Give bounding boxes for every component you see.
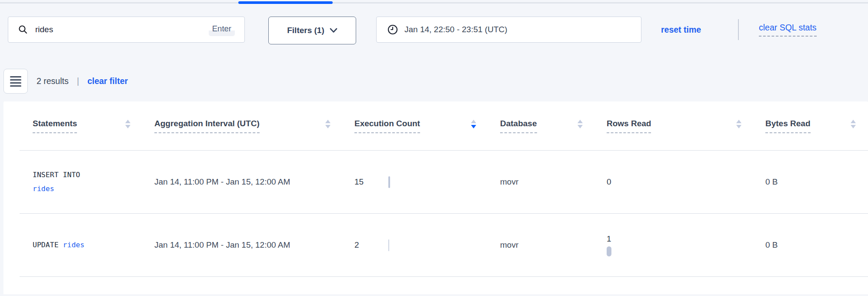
database-cell: movr [500, 177, 607, 187]
active-tab-indicator [238, 1, 333, 4]
statements-table-panel: StatementsAggregation Interval (UTC)Exec… [3, 101, 868, 294]
results-divider: | [77, 76, 79, 86]
aggregation-interval-cell: Jan 14, 11:00 PM - Jan 15, 12:00 AM [154, 239, 291, 252]
column-header-label: Statements [33, 119, 77, 133]
clear-sql-stats-label: clear SQL stats [759, 23, 817, 37]
filters-button-label: Filters (1) [287, 26, 324, 35]
column-header-bytes-read[interactable]: Bytes Read [765, 119, 868, 133]
time-range-picker[interactable]: Jan 14, 22:50 - 23:51 (UTC) [376, 17, 641, 43]
execution-count-bar [388, 239, 389, 251]
table-row: UPDATE ridesJan 14, 11:00 PM - Jan 15, 1… [3, 214, 868, 276]
time-range-label: Jan 14, 22:50 - 23:51 (UTC) [404, 25, 507, 34]
column-header-statements[interactable]: Statements [33, 119, 154, 133]
statement-cell: INSERT INTOrides [33, 168, 154, 196]
sort-arrows-icon[interactable] [851, 120, 856, 128]
rows-read-value: 0 [607, 177, 611, 187]
execution-count-bar [388, 176, 390, 188]
sort-arrows-icon[interactable] [578, 120, 583, 128]
statement-object-link[interactable]: rides [33, 185, 54, 193]
rows-read-bar [607, 246, 611, 256]
clear-filter-link[interactable]: clear filter [87, 76, 128, 86]
sort-arrows-icon[interactable] [125, 120, 130, 128]
sort-arrows-icon[interactable] [736, 120, 741, 128]
rows-read-value: 1 [607, 234, 611, 244]
search-input[interactable] [34, 24, 209, 35]
search-enter-hint: Enter [209, 23, 235, 36]
statement-keyword: INSERT INTO [33, 171, 80, 179]
column-header-database[interactable]: Database [500, 119, 607, 133]
execution-count-value: 2 [354, 240, 380, 250]
sort-arrows-icon[interactable] [325, 120, 331, 128]
row-divider [20, 276, 868, 277]
bytes-read-cell: 0 B [765, 177, 868, 187]
column-header-label: Execution Count [354, 119, 420, 133]
column-selector-button[interactable] [3, 69, 28, 94]
column-header-aggregation-interval-utc[interactable]: Aggregation Interval (UTC) [154, 119, 354, 133]
statement-object-link[interactable]: rides [63, 241, 85, 249]
search-icon [18, 24, 28, 35]
search-box: Enter [8, 17, 245, 43]
aggregation-interval-cell: Jan 14, 11:00 PM - Jan 15, 12:00 AM [154, 175, 291, 188]
results-count: 2 results [37, 76, 69, 86]
tab-bar-divider [0, 2, 868, 3]
filters-button[interactable]: Filters (1) [268, 17, 356, 44]
reset-time-link[interactable]: reset time [661, 17, 701, 43]
column-header-label: Database [500, 119, 537, 133]
statement-cell: UPDATE rides [33, 238, 154, 252]
column-header-label: Aggregation Interval (UTC) [154, 119, 260, 133]
table-header-row: StatementsAggregation Interval (UTC)Exec… [3, 101, 868, 150]
execution-count-cell: 2 [354, 239, 500, 251]
clock-icon [387, 24, 398, 35]
sort-arrows-icon[interactable] [471, 120, 476, 128]
column-header-label: Rows Read [607, 119, 651, 133]
rows-read-cell: 1 [607, 234, 765, 256]
execution-count-cell: 15 [354, 176, 500, 188]
toolbar-divider [738, 19, 739, 40]
column-header-execution-count[interactable]: Execution Count [354, 119, 500, 133]
chevron-down-icon [330, 28, 337, 33]
rows-read-cell: 0 [607, 177, 765, 187]
table-row: INSERT INTOridesJan 14, 11:00 PM - Jan 1… [3, 151, 868, 213]
statement-keyword: UPDATE [33, 241, 59, 249]
clear-sql-stats-link[interactable]: clear SQL stats [759, 17, 817, 43]
execution-count-value: 15 [354, 177, 380, 187]
column-header-label: Bytes Read [765, 119, 811, 133]
menu-lines-icon [10, 76, 21, 87]
database-cell: movr [500, 240, 607, 250]
results-bar: 2 results | clear filter [37, 69, 128, 94]
bytes-read-cell: 0 B [765, 240, 868, 250]
column-header-rows-read[interactable]: Rows Read [607, 119, 765, 133]
